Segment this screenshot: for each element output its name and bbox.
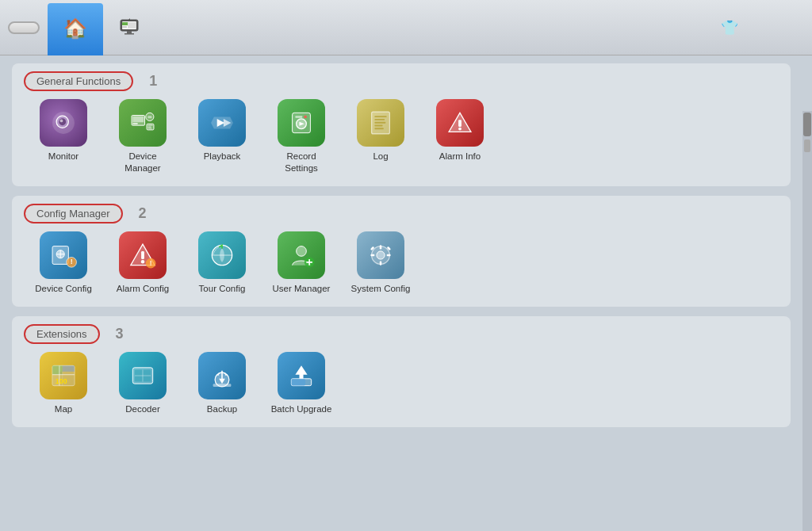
app-icon-device-config[interactable]: ! Device Config xyxy=(32,231,95,295)
app-icon-label-alarm-info: Alarm Info xyxy=(439,151,481,162)
app-icon-record-settings[interactable]: Record Settings xyxy=(270,99,333,174)
icons-row-general-functions: Monitor Device Manager Playback Record S… xyxy=(24,99,779,174)
svg-rect-5 xyxy=(127,31,132,33)
app-icon-img-decoder xyxy=(119,352,167,399)
app-icon-img-alarm-config: ! xyxy=(119,231,167,279)
app-icon-label-system-config: System Config xyxy=(351,283,411,295)
svg-text:!: ! xyxy=(150,260,152,267)
svg-rect-6 xyxy=(124,33,134,35)
main-content: General Functions1 Monitor Device Manage… xyxy=(0,55,802,531)
restore-button[interactable] xyxy=(771,21,783,34)
svg-rect-15 xyxy=(147,116,151,118)
app-icon-img-log xyxy=(357,99,404,147)
svg-rect-75 xyxy=(213,384,232,387)
close-button[interactable] xyxy=(791,21,804,34)
svg-point-52 xyxy=(377,251,385,259)
app-icon-img-device-config: ! xyxy=(40,231,87,279)
app-icon-alarm-config[interactable]: ! Alarm Config xyxy=(111,231,174,295)
section-header-general-functions: General Functions1 xyxy=(24,71,779,91)
svg-rect-30 xyxy=(374,122,385,124)
svg-rect-54 xyxy=(380,261,382,265)
app-icon-monitor[interactable]: Monitor xyxy=(32,99,95,174)
svg-rect-53 xyxy=(380,245,382,249)
app-icon-img-record-settings xyxy=(278,99,325,147)
shirt-icon: 👕 xyxy=(721,19,738,36)
svg-rect-55 xyxy=(370,254,374,257)
svg-rect-18 xyxy=(147,126,151,127)
svg-rect-32 xyxy=(374,128,383,129)
app-icon-label-map: Map xyxy=(55,403,72,415)
section-general-functions: General Functions1 Monitor Device Manage… xyxy=(12,63,791,186)
app-icon-label-alarm-config: Alarm Config xyxy=(117,283,169,295)
app-icon-label-device-manager: Device Manager xyxy=(111,151,174,174)
app-icon-alarm-info[interactable]: Alarm Info xyxy=(428,99,492,174)
app-icon-img-playback xyxy=(198,99,246,147)
section-number-extensions: 3 xyxy=(116,326,124,342)
svg-rect-4 xyxy=(128,22,136,29)
app-icon-label-device-config: Device Config xyxy=(35,283,92,295)
app-icon-img-map: 100 xyxy=(40,352,87,399)
section-label-general-functions: General Functions xyxy=(24,71,133,91)
app-icon-backup[interactable]: Backup xyxy=(190,352,254,415)
svg-rect-33 xyxy=(458,120,462,127)
app-icon-img-device-manager xyxy=(119,99,167,147)
tab-bar: 🏠 xyxy=(48,0,155,55)
home-icon: 🏠 xyxy=(63,19,87,38)
app-icon-decoder[interactable]: Decoder xyxy=(111,352,174,415)
section-extensions: Extensions3 100 Map Decoder Backup Batch… xyxy=(12,316,791,427)
svg-point-34 xyxy=(458,128,462,131)
app-icon-map[interactable]: 100 Map xyxy=(32,352,95,415)
app-icon-img-alarm-info xyxy=(436,99,484,147)
svg-rect-3 xyxy=(122,26,127,28)
device-manager-tab-icon xyxy=(119,17,140,40)
app-icon-label-user-manager: User Manager xyxy=(273,283,331,295)
scrollbar[interactable] xyxy=(802,111,812,531)
section-number-config-manager: 2 xyxy=(139,205,147,222)
app-icon-label-decoder: Decoder xyxy=(125,403,159,415)
app-icon-system-config[interactable]: System Config xyxy=(349,231,412,295)
svg-rect-17 xyxy=(147,125,152,126)
app-icon-playback[interactable]: Playback xyxy=(190,99,254,174)
svg-text:100: 100 xyxy=(56,377,67,385)
app-icon-label-playback: Playback xyxy=(204,151,241,162)
svg-rect-28 xyxy=(374,116,386,117)
minimize-button[interactable] xyxy=(750,21,763,34)
app-icon-img-system-config xyxy=(357,231,404,279)
app-icon-log[interactable]: Log xyxy=(349,99,412,174)
scrollbar-handle[interactable] xyxy=(804,139,810,152)
app-icon-img-tour-config xyxy=(198,231,246,279)
app-icon-tour-config[interactable]: Tour Config xyxy=(190,231,254,295)
app-icon-label-monitor: Monitor xyxy=(48,151,79,162)
svg-text:!: ! xyxy=(71,258,73,266)
app-icon-img-backup xyxy=(198,352,246,399)
app-icon-device-manager[interactable]: Device Manager xyxy=(111,99,174,174)
section-header-config-manager: Config Manager2 xyxy=(24,204,779,223)
app-icon-user-manager[interactable]: User Manager xyxy=(270,231,333,295)
svg-rect-41 xyxy=(141,251,144,259)
app-icon-label-log: Log xyxy=(373,151,388,162)
svg-point-26 xyxy=(304,116,307,119)
vms-logo[interactable] xyxy=(8,21,40,34)
svg-rect-12 xyxy=(132,117,144,123)
svg-point-10 xyxy=(60,120,63,123)
scrollbar-thumb[interactable] xyxy=(803,113,811,136)
app-icon-label-backup: Backup xyxy=(207,403,237,415)
about-button[interactable]: 👕 xyxy=(721,19,742,36)
svg-rect-31 xyxy=(374,125,382,127)
app-icon-label-record-settings: Record Settings xyxy=(270,151,333,174)
svg-marker-78 xyxy=(295,365,307,378)
icons-row-config-manager: ! Device Config ! Alarm Config Tour Conf… xyxy=(24,231,779,295)
app-icon-label-tour-config: Tour Config xyxy=(199,283,246,295)
icons-row-extensions: 100 Map Decoder Backup Batch Upgrade xyxy=(24,352,779,415)
section-label-config-manager: Config Manager xyxy=(24,204,123,223)
app-icon-batch-upgrade[interactable]: Batch Upgrade xyxy=(270,352,333,415)
section-header-extensions: Extensions3 xyxy=(24,324,779,344)
section-number-general-functions: 1 xyxy=(149,73,157,90)
svg-rect-56 xyxy=(387,254,391,257)
tab-device-manager[interactable] xyxy=(103,3,155,55)
app-icon-img-user-manager xyxy=(278,231,325,279)
svg-point-47 xyxy=(297,246,307,256)
svg-rect-77 xyxy=(291,379,305,386)
tab-home[interactable]: 🏠 xyxy=(48,3,103,55)
section-config-manager: Config Manager2 ! Device Config ! Alarm … xyxy=(12,196,791,307)
